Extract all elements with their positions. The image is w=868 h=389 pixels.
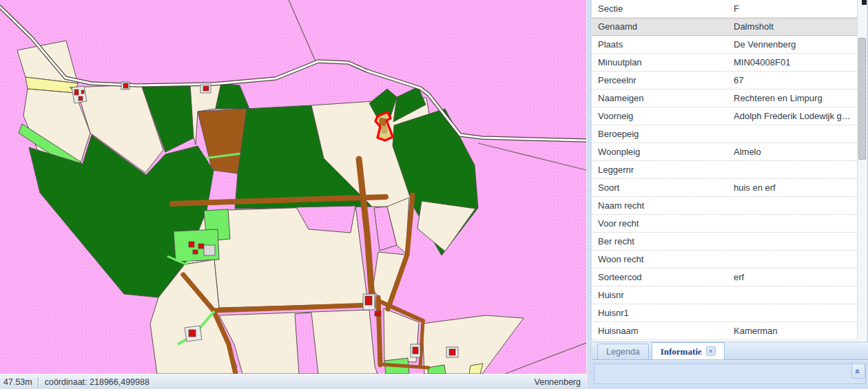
row-label: Ber recht bbox=[598, 233, 634, 250]
tab-bar: LegendaInformatie✕ bbox=[592, 341, 868, 360]
panel-splitter[interactable] bbox=[586, 0, 592, 389]
farm-building bbox=[365, 296, 372, 305]
table-row[interactable]: MinuutplanMIN04008F01 bbox=[592, 54, 858, 72]
row-label: Leggernr bbox=[598, 161, 634, 178]
tab-label: Legenda bbox=[606, 345, 640, 359]
farm-building bbox=[79, 96, 83, 101]
hisgis-app-window: 47.53m coördinaat: 218966,499988 Vennenb… bbox=[0, 0, 868, 389]
row-label: Minuutplan bbox=[598, 54, 642, 71]
tab-informatie[interactable]: Informatie✕ bbox=[652, 342, 725, 359]
row-value: erf bbox=[734, 269, 856, 286]
row-label: Huisnaam bbox=[598, 322, 639, 339]
farm-building bbox=[189, 330, 196, 337]
table-row[interactable]: Woon recht bbox=[592, 251, 858, 269]
row-label: Sorteercod bbox=[598, 269, 642, 286]
row-label: Voor recht bbox=[598, 215, 639, 232]
row-label: Woon recht bbox=[598, 251, 643, 268]
row-value: MIN04008F01 bbox=[734, 54, 856, 71]
table-row[interactable]: Huisnr1 bbox=[592, 304, 858, 322]
map-pane[interactable] bbox=[0, 0, 586, 374]
area-name-label: Vennenberg bbox=[535, 377, 586, 387]
farm-building bbox=[198, 244, 204, 249]
map-canvas[interactable] bbox=[0, 0, 586, 374]
row-label: Huisnr bbox=[598, 286, 624, 304]
row-value: Dalmsholt bbox=[734, 19, 856, 35]
bottom-panel-body bbox=[594, 364, 866, 384]
selected-parcel-building bbox=[379, 118, 386, 125]
table-row[interactable]: PlaatsDe Vennenberg bbox=[592, 36, 858, 54]
table-row[interactable]: Soorthuis en erf bbox=[592, 179, 858, 197]
row-value: Rechteren en Limpurg bbox=[734, 90, 856, 107]
row-value: F bbox=[734, 0, 856, 17]
table-row[interactable]: SectieF bbox=[592, 0, 858, 18]
coordinate-readout: coördinaat: 218966,499988 bbox=[39, 377, 155, 387]
row-value: Kamerman bbox=[734, 322, 856, 339]
table-row[interactable]: Beroepeig bbox=[592, 125, 858, 143]
row-value: Adolph Frederik Lodewijk g… bbox=[734, 107, 856, 125]
row-label: Voorneig bbox=[598, 107, 633, 125]
information-panel: SectieFGenaamdDalmsholtPlaatsDe Vennenbe… bbox=[592, 0, 868, 389]
expand-panel-button[interactable]: « bbox=[851, 364, 865, 379]
attribute-grid[interactable]: SectieFGenaamdDalmsholtPlaatsDe Vennenbe… bbox=[592, 0, 858, 340]
row-value: huis en erf bbox=[734, 179, 856, 196]
double-chevron-up-icon: « bbox=[854, 368, 862, 373]
table-row[interactable]: Huisnr bbox=[592, 286, 858, 304]
farm-building bbox=[449, 349, 455, 355]
table-row[interactable]: Ber recht bbox=[592, 233, 858, 251]
row-value: 67 bbox=[734, 72, 856, 89]
row-label: Perceelnr bbox=[598, 72, 637, 89]
row-label: Sectie bbox=[598, 0, 623, 17]
bottom-collapsed-panel: « bbox=[592, 360, 868, 389]
row-label: Huisnr1 bbox=[598, 304, 629, 322]
tab-legenda[interactable]: Legenda bbox=[597, 344, 649, 359]
table-row[interactable]: Sorteercoderf bbox=[592, 269, 858, 286]
row-label: Naam recht bbox=[598, 197, 644, 214]
farm-building bbox=[74, 90, 79, 95]
map-statusbar: 47.53m coördinaat: 218966,499988 Vennenb… bbox=[0, 374, 586, 389]
scale-indicator: 47.53m bbox=[0, 377, 38, 387]
table-row[interactable]: Naam recht bbox=[592, 197, 858, 215]
row-label: Naameigen bbox=[598, 90, 644, 107]
tab-close-icon[interactable]: ✕ bbox=[706, 346, 716, 356]
selected-parcel-yard bbox=[382, 127, 386, 133]
scrollbar-thumb[interactable] bbox=[858, 38, 866, 160]
farm-building bbox=[413, 347, 418, 354]
scrollbar-corner bbox=[862, 0, 867, 5]
farm-building bbox=[375, 311, 381, 316]
row-label: Woonpleig bbox=[598, 143, 640, 160]
table-row[interactable]: WoonpleigAlmelo bbox=[592, 143, 858, 161]
row-label: Beroepeig bbox=[598, 125, 639, 143]
tab-label: Informatie bbox=[661, 344, 702, 359]
row-label: Genaamd bbox=[598, 19, 637, 35]
table-row[interactable]: GenaamdDalmsholt bbox=[592, 18, 858, 36]
table-row[interactable]: HuisnaamKamerman bbox=[592, 322, 858, 340]
farm-building bbox=[203, 86, 209, 91]
table-row[interactable]: VoorneigAdolph Frederik Lodewijk g… bbox=[592, 107, 858, 125]
row-label: Soort bbox=[598, 179, 619, 196]
farm-building bbox=[193, 250, 198, 254]
table-row[interactable]: Voor recht bbox=[592, 215, 858, 233]
grid-scrollbar[interactable] bbox=[857, 0, 865, 340]
farm-building bbox=[81, 90, 84, 94]
row-value: De Vennenberg bbox=[734, 36, 856, 53]
farm-building bbox=[189, 242, 194, 247]
table-row[interactable]: Perceelnr67 bbox=[592, 72, 858, 90]
farm-building bbox=[123, 83, 128, 88]
row-label: Plaats bbox=[598, 36, 623, 53]
row-value: Almelo bbox=[734, 143, 856, 160]
building-pad bbox=[204, 245, 215, 255]
table-row[interactable]: Leggernr bbox=[592, 161, 858, 179]
table-row[interactable]: NaameigenRechteren en Limpurg bbox=[592, 90, 858, 107]
